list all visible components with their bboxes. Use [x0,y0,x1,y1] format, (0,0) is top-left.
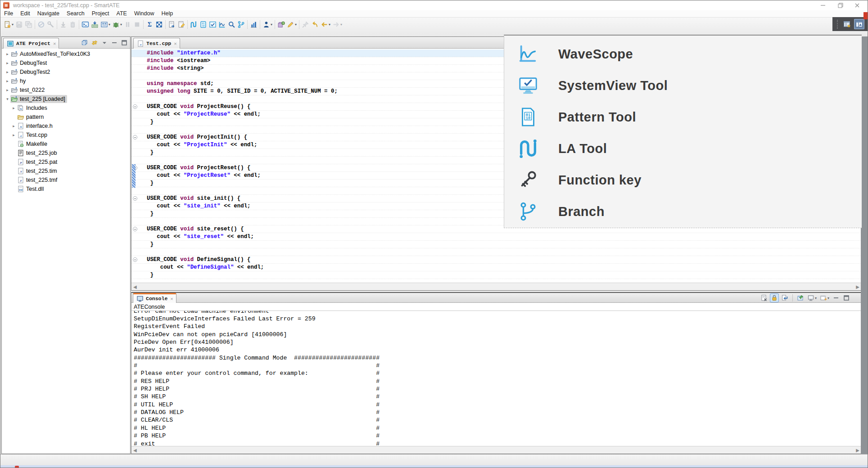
toolbar-edit-report-button[interactable] [176,20,186,29]
view-menu-button[interactable] [100,39,108,47]
toolbar-package-tool-button[interactable]: ? [276,20,286,29]
tree-item-test-225-loaded[interactable]: ▾test_225 [Loaded] [2,94,130,104]
toolbar-pin-editor-button[interactable] [301,20,310,29]
flyout-item-branch[interactable]: Branch [504,196,862,227]
tree-item-test-0222[interactable]: ▸test_0222 [2,86,130,94]
tree-item-test-dll[interactable]: 010Test.dll [2,184,130,194]
toolbar-download-button[interactable] [59,20,68,29]
flyout-item-pattern-tool[interactable]: 0110Pattern Tool [504,101,862,133]
fold-marker-icon[interactable] [133,196,137,201]
restore-button[interactable] [832,0,849,10]
tree-item-debugtest[interactable]: ▸DebugTest [2,58,130,68]
tree-item-test-225-tim[interactable]: .Ttest_225.tim [2,166,130,176]
tree-expander-icon[interactable]: ▸ [11,106,17,110]
toolbar-user-tool-button[interactable]: ▾ [262,20,273,29]
maximize-view-button[interactable] [120,39,128,47]
open-perspective-button[interactable] [842,19,852,29]
chevron-down-icon[interactable]: ▾ [329,22,330,27]
flyout-item-wavescope[interactable]: WaveScope [504,38,862,70]
ate-perspective-button[interactable]: A [854,19,864,29]
tab-console[interactable]: Console × [133,293,176,303]
toolbar-build-button[interactable] [46,20,55,29]
toolbar-summation-button[interactable]: Σ [145,20,154,29]
clear-console-button[interactable] [760,294,768,302]
toolbar-save-all-button[interactable] [24,20,33,29]
minimize-view-button[interactable] [832,294,840,302]
chevron-down-icon[interactable]: ▾ [295,22,297,27]
toolbar-debug-button[interactable]: ▾ [111,20,123,29]
minimize-view-button[interactable] [110,39,118,47]
close-icon[interactable]: × [53,41,56,46]
menu-window[interactable]: Window [131,10,158,17]
maximize-view-button[interactable] [842,294,850,302]
tree-item-pattern[interactable]: pattern [2,112,130,122]
toolbar-terminate-button[interactable] [132,20,142,29]
chevron-down-icon[interactable]: ▾ [271,22,272,27]
chevron-down-icon[interactable]: ▾ [12,22,14,27]
scroll-right-icon[interactable]: ▶ [856,284,859,289]
toolbar-wavescope-button[interactable] [217,20,227,29]
tree-expander-icon[interactable]: ▸ [11,124,17,128]
display-selected-console-button[interactable]: ▾ [807,294,817,302]
scroll-right-icon[interactable]: ▶ [856,448,859,453]
fold-marker-icon[interactable] [133,257,137,262]
chevron-down-icon[interactable]: ▾ [340,22,342,27]
tree-item-test-225-pat[interactable]: .Ptest_225.pat [2,158,130,166]
toolbar-last-edit-location-button[interactable] [310,20,320,29]
close-icon[interactable]: × [174,41,176,46]
close-icon[interactable]: × [170,296,173,302]
toolbar-command-terminal-button[interactable] [81,20,90,29]
toolbar-datalog-button[interactable] [249,20,258,29]
menu-file[interactable]: File [0,10,17,17]
scroll-left-icon[interactable]: ◀ [133,448,137,453]
link-with-editor-button[interactable] [90,39,99,47]
flyout-item-systemview-tool[interactable]: SystemView Tool [504,70,862,101]
fold-marker-icon[interactable] [133,227,137,231]
tree-expander-icon[interactable]: ▸ [5,61,10,65]
toolbar-delete-button[interactable] [68,20,77,29]
toolbar-systemview-tool-button[interactable] [208,20,217,29]
minimize-button[interactable] [814,0,832,10]
menu-navigate[interactable]: Navigate [34,10,63,17]
toolbar-back-button[interactable]: ▾ [320,20,331,29]
chevron-down-icon[interactable]: ▾ [120,22,122,27]
tree-expander-icon[interactable]: ▾ [5,97,10,101]
tree-item-hy[interactable]: ▸hy [2,76,130,86]
menu-ate[interactable]: ATE [113,10,131,17]
open-console-button[interactable]: ▾ [819,294,830,302]
drag-handle[interactable] [837,20,839,29]
toolbar-forward-button[interactable]: ▾ [331,20,343,29]
tree-expander-icon[interactable]: ▸ [5,88,10,92]
tree-expander-icon[interactable]: ▸ [5,70,10,74]
tree-expander-icon[interactable]: ▸ [5,79,10,83]
console-output[interactable]: Error Can not Load machine environmentSe… [131,311,861,446]
toolbar-search-button[interactable] [227,20,236,29]
tree-item-interface-h[interactable]: ▸.hinterface.h [2,122,130,130]
chevron-down-icon[interactable]: ▾ [815,296,817,300]
tree-item-test-cpp[interactable]: ▸.cTest.cpp [2,130,130,140]
menu-help[interactable]: Help [158,10,176,17]
tree-item-test-225-job[interactable]: test_225.job [2,148,130,158]
toolbar-skip-all-breakpoints-button[interactable] [36,20,46,29]
tree-item-automixedtest-toflex10k3[interactable]: ▸AutoMixedTest_ToFlex10K3 [2,50,130,58]
collapse-all-button[interactable] [81,39,89,47]
toolbar-pattern-check-button[interactable] [154,20,164,29]
toolbar-annotate-button[interactable]: ▾ [286,20,298,29]
menu-project[interactable]: Project [88,10,113,17]
tree-expander-icon[interactable]: ▸ [11,133,17,137]
tree-item-includes[interactable]: ▸hIncludes [2,104,130,112]
toolbar-download-to-board-button[interactable] [90,20,99,29]
fold-marker-icon[interactable] [133,135,137,140]
toolbar-new-wizard-button[interactable]: ▾ [3,20,14,29]
toolbar-board-config-button[interactable]: ▾ [99,20,111,29]
fold-marker-icon[interactable] [133,104,137,109]
toolbar-branch-button[interactable] [236,20,246,29]
tab-test-cpp[interactable]: .c Test.cpp × [133,38,180,49]
flyout-item-function-key[interactable]: Function key [504,164,862,196]
tree-expander-icon[interactable]: ▸ [5,52,10,56]
tree-item-makefile[interactable]: Makefile [2,140,130,148]
chevron-down-icon[interactable]: ▾ [108,22,110,27]
toolbar-la-tool-button[interactable] [189,20,199,29]
scroll-left-icon[interactable]: ◀ [133,284,137,289]
toolbar-save-button[interactable] [14,20,24,29]
